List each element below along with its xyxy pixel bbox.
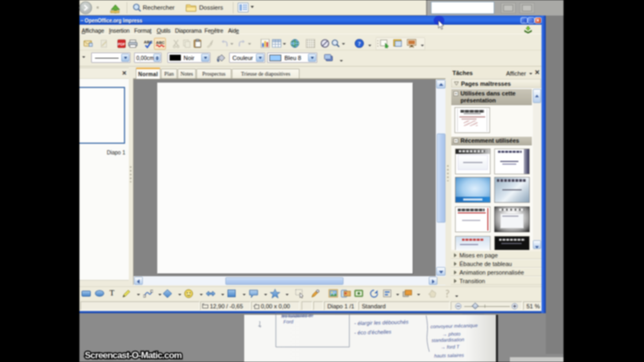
svg-text:Screencast-O-Matic.com: Screencast-O-Matic.com [85,350,181,360]
svg-text:?: ? [358,40,361,47]
svg-text:ABC: ABC [156,40,165,45]
svg-text:PDF: PDF [118,42,126,46]
